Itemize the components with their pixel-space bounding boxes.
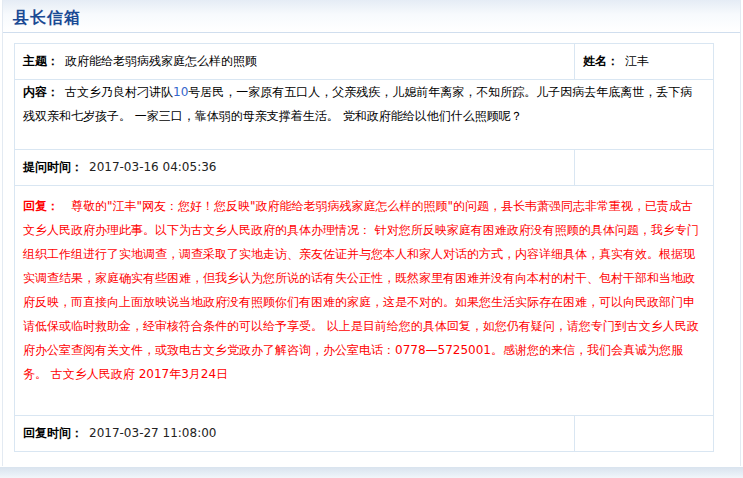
subject-label: 主题： [23, 54, 59, 68]
subject-row: 主题：政府能给老弱病残家庭怎么样的照顾 姓名：江丰 [15, 44, 714, 80]
name-cell: 姓名：江丰 [575, 44, 714, 80]
reply-time-row: 回复时间：2017-03-27 11:08:00 [15, 416, 714, 452]
ask-time-row: 提问时间：2017-03-16 04:05:36 [15, 150, 714, 186]
ask-time-cell: 提问时间：2017-03-16 04:05:36 [15, 150, 575, 186]
ask-time-empty-cell [575, 150, 714, 186]
name-label: 姓名： [583, 54, 619, 68]
letter-table: 主题：政府能给老弱病残家庭怎么样的照顾 姓名：江丰 内容：古文乡乃良村刁讲队10… [14, 43, 714, 452]
subject-value: 政府能给老弱病残家庭怎么样的照顾 [65, 54, 257, 68]
page-bottom-bar [0, 467, 743, 478]
name-value: 江丰 [625, 54, 649, 68]
content-cell: 内容：古文乡乃良村刁讲队10号居民，一家原有五口人，父亲残疾，儿媳前年离家，不知… [15, 80, 714, 150]
reply-row: 回复：尊敬的"江丰"网友：您好！您反映"政府能给老弱病残家庭怎么样的照顾"的问题… [15, 186, 714, 416]
ask-time-label: 提问时间： [23, 160, 83, 174]
content-label: 内容： [23, 85, 59, 99]
content-text-part1: 古文乡乃良村刁讲队 [65, 85, 173, 99]
ask-time-value: 2017-03-16 04:05:36 [89, 160, 216, 174]
reply-text: 尊敬的"江丰"网友：您好！您反映"政府能给老弱病残家庭怎么样的照顾"的问题，县长… [23, 199, 699, 381]
reply-time-value: 2017-03-27 11:08:00 [89, 426, 216, 440]
page-title: 县长信箱 [3, 0, 740, 27]
subject-cell: 主题：政府能给老弱病残家庭怎么样的照顾 [15, 44, 575, 80]
content-row: 内容：古文乡乃良村刁讲队10号居民，一家原有五口人，父亲残疾，儿媳前年离家，不知… [15, 80, 714, 150]
reply-time-cell: 回复时间：2017-03-27 11:08:00 [15, 416, 575, 452]
mayor-mailbox-page: 县长信箱 主题：政府能给老弱病残家庭怎么样的照顾 姓名：江丰 [0, 0, 743, 478]
page-frame: 县长信箱 主题：政府能给老弱病残家庭怎么样的照顾 姓名：江丰 [2, 0, 741, 466]
content-house-number: 10 [173, 85, 188, 99]
reply-time-empty-cell [575, 416, 714, 452]
page-header: 县长信箱 [3, 0, 740, 33]
reply-label: 回复： [23, 199, 59, 213]
reply-cell: 回复：尊敬的"江丰"网友：您好！您反映"政府能给老弱病残家庭怎么样的照顾"的问题… [15, 186, 714, 416]
reply-time-label: 回复时间： [23, 426, 83, 440]
